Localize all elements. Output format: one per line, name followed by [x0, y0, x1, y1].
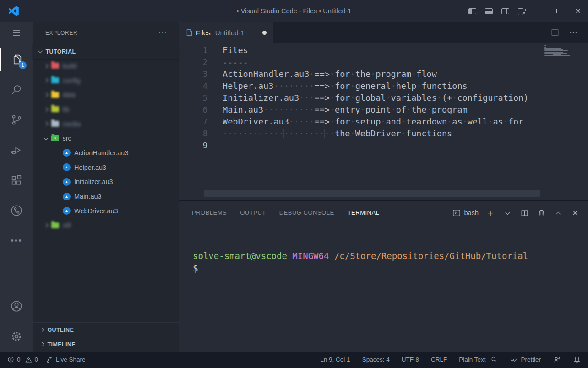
vscode-window: • Visual Studio Code - Files • Untitled-… [0, 0, 588, 368]
whitespace-dots: · [350, 69, 355, 79]
editor-line[interactable]: 8······················the·WebDriver·fun… [179, 128, 588, 140]
accounts-button[interactable] [0, 291, 33, 321]
tree-item-label: WebDriver.au3 [74, 207, 118, 215]
sidebar-more-actions[interactable]: ··· [158, 29, 168, 37]
plus-icon: + [488, 208, 493, 218]
editor-more-actions-button[interactable] [568, 27, 578, 38]
tree-item-file[interactable]: ▲Helper.au3 [33, 160, 179, 175]
tab-title: Files [196, 29, 211, 37]
editor-line[interactable]: 9 [179, 140, 588, 152]
horizontal-scrollbar[interactable] [204, 190, 540, 197]
editor-line[interactable]: 3ActionHandler.au3·==>·for·the·program·f… [179, 68, 588, 80]
code-editor[interactable]: 1Files2-----3ActionHandler.au3·==>·for·t… [179, 43, 588, 200]
whitespace-dots: · [330, 105, 335, 114]
new-terminal-button[interactable]: + [485, 208, 495, 218]
whitespace-dots: · [350, 93, 355, 103]
terminal-output[interactable]: solve-smart@vscode MINGW64 /c/Store/Repo… [179, 225, 588, 275]
whitespace-dots: · [447, 117, 452, 126]
tree-item-folder[interactable]: build [33, 59, 179, 73]
menu-button[interactable] [0, 22, 33, 44]
sidebar-title: EXPLORER [45, 30, 77, 36]
minimap-line [544, 49, 563, 50]
tree-item-file[interactable]: ▲Main.au3 [33, 189, 179, 204]
tree-item-folder[interactable]: lib [33, 102, 179, 117]
editor-line[interactable]: 1Files [179, 44, 588, 56]
toggle-secondary-sidebar-button[interactable] [497, 0, 513, 22]
settings-button[interactable] [0, 321, 33, 352]
tree-item-folder[interactable]: ‹›src [33, 131, 179, 146]
panel-tab-debug-console[interactable]: DEBUG CONSOLE [279, 206, 335, 219]
minimap[interactable] [544, 45, 570, 57]
split-terminal-icon [520, 209, 529, 217]
section-label: TUTORIAL [46, 49, 76, 55]
section-timeline[interactable]: TIMELINE [33, 337, 179, 352]
split-editor-button[interactable] [550, 27, 560, 38]
activity-gitlens[interactable] [0, 195, 33, 226]
titlebar: • Visual Studio Code - Files • Untitled-… [0, 0, 588, 22]
warning-count: 0 [35, 356, 38, 363]
terminal-input-line[interactable]: $ [193, 262, 588, 275]
whitespace-dots: · [411, 69, 416, 79]
tree-item-file[interactable]: ▲ActionHandler.au3 [33, 146, 179, 160]
panel-tabs: PROBLEMSOUTPUTDEBUG CONSOLETERMINAL [191, 206, 380, 219]
activity-search[interactable] [0, 75, 33, 105]
terminal-env: MINGW64 [292, 251, 329, 261]
chevron-right-icon [44, 93, 48, 97]
cursor-position-status[interactable]: Ln 9, Col 1 [320, 352, 350, 368]
activity-extensions[interactable] [0, 165, 33, 195]
line-content: Helper.au3········==>·for·general·help·f… [207, 80, 468, 92]
tree-item-file[interactable]: ▲WebDriver.au3 [33, 204, 179, 218]
maximize-button[interactable] [549, 0, 568, 22]
encoding-status[interactable]: UTF-8 [402, 352, 419, 368]
activity-run-debug[interactable] [0, 135, 33, 165]
editor-line[interactable]: 6Main.au3··········==>·entry·point·of·th… [179, 104, 588, 116]
editor-line[interactable]: 2----- [179, 56, 588, 68]
tree-item-folder[interactable]: util [33, 218, 179, 233]
tree-item-folder[interactable]: data [33, 87, 179, 102]
formatter-status[interactable]: Prettier [510, 352, 541, 368]
problems-status[interactable]: 0 0 [7, 352, 38, 368]
modified-dot-icon[interactable] [262, 31, 267, 35]
indentation-status[interactable]: Spaces: 4 [362, 352, 390, 368]
terminal-shell-selector[interactable]: bash [452, 208, 479, 217]
panel-tab-terminal[interactable]: TERMINAL [347, 206, 380, 219]
close-button[interactable]: ✕ [568, 0, 588, 22]
outline-label: OUTLINE [48, 327, 74, 333]
panel-tab-output[interactable]: OUTPUT [240, 206, 266, 219]
panel-tab-problems[interactable]: PROBLEMS [191, 206, 227, 219]
whitespace-dots: · [437, 93, 442, 103]
activity-source-control[interactable] [0, 105, 33, 135]
tree-item-folder[interactable]: media [33, 117, 179, 131]
whitespace-dots: ··· [299, 93, 314, 103]
minimize-button[interactable] [530, 0, 549, 22]
menu-icon [13, 30, 20, 36]
chevron-right-icon [44, 64, 48, 68]
terminal-dropdown-button[interactable] [502, 208, 512, 218]
eol-status[interactable]: CRLF [431, 352, 447, 368]
line-number: 5 [179, 92, 207, 104]
toggle-panel-button[interactable] [480, 0, 497, 22]
editor-line[interactable]: 7WebDriver.au3·····==>·for·setup·and·tea… [179, 116, 588, 128]
tab-files[interactable]: Files Untitled-1 [179, 22, 273, 43]
notifications-status[interactable] [573, 352, 581, 368]
feedback-status[interactable] [553, 352, 561, 368]
maximize-panel-button[interactable] [553, 208, 563, 218]
split-terminal-button[interactable] [519, 208, 529, 218]
live-share-status[interactable]: Live Share [45, 352, 86, 368]
editor-line[interactable]: 5Initializer.au3···==>·for·global·variab… [179, 92, 588, 104]
line-content: Files [207, 44, 248, 56]
toggle-sidebar-button[interactable] [464, 0, 480, 22]
kill-terminal-button[interactable] [536, 208, 546, 218]
section-outline[interactable]: OUTLINE [33, 322, 179, 337]
language-mode-status[interactable]: Plain Text [459, 352, 498, 368]
activity-more[interactable]: ••• [0, 226, 33, 256]
whitespace-dots: · [330, 117, 335, 126]
customize-layout-button[interactable] [513, 0, 530, 22]
tree-item-file[interactable]: ▲Initializer.au3 [33, 175, 179, 189]
maximize-icon [556, 9, 561, 13]
close-panel-button[interactable]: ✕ [570, 208, 580, 218]
section-tutorial[interactable]: TUTORIAL [33, 44, 179, 59]
activity-explorer[interactable]: 1 [0, 44, 33, 75]
tree-item-folder[interactable]: config [33, 73, 179, 88]
editor-line[interactable]: 4Helper.au3········==>·for·general·help·… [179, 80, 588, 92]
